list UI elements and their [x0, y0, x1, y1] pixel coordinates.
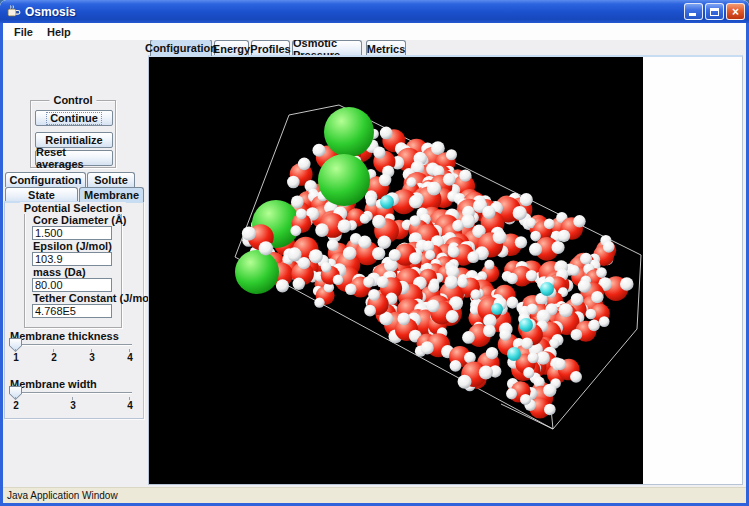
tab-state[interactable]: State — [5, 187, 78, 202]
tether-constant-label: Tether Constant (J/mol) — [33, 292, 156, 304]
core-diameter-field[interactable] — [32, 226, 112, 240]
tab-energy[interactable]: Energy — [214, 40, 249, 56]
reset-averages-button[interactable]: Reset averages — [35, 150, 113, 166]
tick-label: 2 — [51, 352, 57, 363]
tab-configuration-main[interactable]: Configuration — [150, 39, 212, 56]
tab-label: Solute — [94, 174, 128, 186]
tab-osmotic-pressure[interactable]: Osmotic Pressure — [292, 40, 362, 56]
tab-profiles[interactable]: Profiles — [251, 40, 290, 56]
potential-selection-title: Potential Selection — [20, 202, 126, 214]
tab-label: Configuration — [145, 42, 217, 54]
tab-label: State — [28, 189, 55, 201]
minimize-button[interactable] — [684, 3, 703, 20]
membrane-width-label: Membrane width — [10, 378, 97, 390]
window-title: Osmosis — [25, 5, 682, 19]
membrane-thickness-label: Membrane thickness — [10, 330, 119, 342]
tab-solute[interactable]: Solute — [87, 172, 135, 187]
mass-label: mass (Da) — [33, 266, 86, 278]
configuration-tab-panel — [148, 55, 743, 485]
menu-bar: File Help — [3, 23, 746, 40]
title-bar[interactable]: Osmosis × — [0, 0, 749, 23]
mass-field[interactable] — [32, 278, 112, 292]
tab-label: Profiles — [250, 43, 290, 55]
close-button[interactable]: × — [726, 3, 745, 20]
menu-help[interactable]: Help — [40, 25, 78, 39]
continue-button[interactable]: Continue — [35, 110, 113, 126]
status-bar: Java Application Window — [3, 487, 746, 503]
epsilon-label: Epsilon (J/mol) — [33, 240, 112, 252]
epsilon-field[interactable] — [32, 252, 112, 266]
simulation-canvas-holder — [149, 57, 643, 484]
tab-label: Membrane — [84, 189, 139, 201]
maximize-icon — [710, 8, 719, 16]
close-icon: × — [732, 6, 739, 18]
tab-membrane[interactable]: Membrane — [79, 187, 144, 202]
tick-label: 4 — [127, 400, 133, 411]
tab-label: Energy — [213, 43, 250, 55]
tick-label: 1 — [13, 352, 19, 363]
menu-file[interactable]: File — [7, 25, 40, 39]
tick-label: 3 — [89, 352, 95, 363]
simulation-canvas[interactable] — [149, 57, 643, 484]
tether-constant-field[interactable] — [32, 304, 112, 318]
membrane-thickness-track[interactable] — [11, 344, 132, 346]
osmosis-window: Osmosis × File Help Control Continue Rei… — [0, 0, 749, 506]
membrane-width-track[interactable] — [11, 392, 132, 394]
reinitialize-button-label: Reinitialize — [45, 134, 102, 146]
continue-button-label: Continue — [46, 112, 102, 125]
window-frame — [0, 22, 3, 506]
tab-configuration-side[interactable]: Configuration — [5, 172, 86, 187]
status-text: Java Application Window — [3, 490, 118, 501]
tab-label: Metrics — [367, 43, 406, 55]
minimize-icon — [689, 13, 696, 16]
tick-label: 4 — [127, 352, 133, 363]
tab-metrics[interactable]: Metrics — [366, 40, 406, 56]
maximize-button[interactable] — [705, 3, 724, 20]
reset-averages-button-label: Reset averages — [36, 146, 112, 170]
control-panel-title: Control — [49, 94, 96, 106]
core-diameter-label: Core Diameter (Å) — [33, 214, 127, 226]
tick-label: 2 — [13, 400, 19, 411]
tab-label: Configuration — [9, 174, 81, 186]
tick-label: 3 — [70, 400, 76, 411]
app-icon — [6, 4, 21, 19]
